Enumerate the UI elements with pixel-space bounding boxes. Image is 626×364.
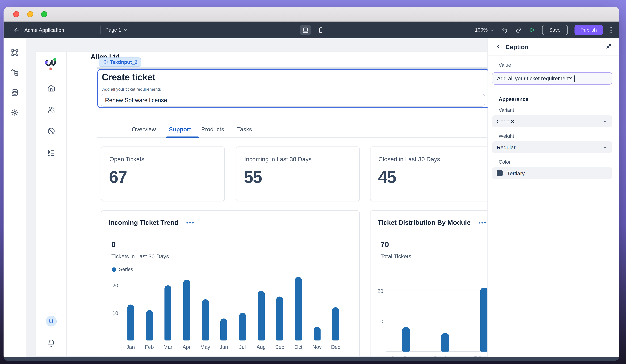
stat-value: 55 xyxy=(244,168,262,187)
bar-slot: Data Backup xyxy=(387,284,426,352)
x-category-label: Jul xyxy=(239,344,246,350)
more-options-kebab-icon[interactable] xyxy=(610,26,613,34)
x-category-label: Aug xyxy=(256,344,266,350)
bar-Nov xyxy=(314,327,320,340)
settings-gear-icon[interactable] xyxy=(11,109,19,116)
sidebar-item-tasks[interactable] xyxy=(47,148,55,158)
bar-Database xyxy=(441,333,449,352)
mobile-view-button[interactable] xyxy=(315,25,326,35)
collapse-panel-icon[interactable] xyxy=(606,43,613,51)
text-caret xyxy=(574,75,575,82)
editor-status-strip xyxy=(4,357,619,361)
zoom-level-value: 100% xyxy=(475,27,488,33)
minimize-window-button[interactable] xyxy=(27,11,33,17)
undo-button[interactable] xyxy=(501,27,508,33)
redo-button[interactable] xyxy=(515,27,522,33)
chevron-down-icon xyxy=(490,28,494,32)
bar-slot: May xyxy=(196,273,215,340)
chart-legend: Series 1 xyxy=(112,267,137,272)
x-category-label: Nov xyxy=(312,344,322,350)
app-title: Acme Application xyxy=(24,27,64,33)
widget-resize-strip[interactable] xyxy=(97,68,488,69)
zoom-window-button[interactable] xyxy=(41,11,47,17)
play-icon xyxy=(529,26,535,34)
chevron-down-icon xyxy=(123,28,128,32)
chart-menu-ellipsis-icon[interactable] xyxy=(186,220,194,225)
user-avatar[interactable]: U xyxy=(46,316,57,327)
mobile-icon xyxy=(318,27,324,33)
bar-slot: Database xyxy=(426,284,465,352)
bar-slot: Jun xyxy=(214,273,233,340)
text-input-icon xyxy=(103,60,108,65)
app-tabs: Overview Support Products Tasks xyxy=(97,125,488,138)
bar-Sep xyxy=(276,296,283,340)
variant-select[interactable]: Code 3 xyxy=(492,115,612,127)
weight-select[interactable]: Regular xyxy=(492,141,612,153)
app-window: Acme Application Page 1 100% xyxy=(4,7,619,361)
publish-button[interactable]: Publish xyxy=(575,25,603,35)
color-value: Tertiary xyxy=(507,170,525,176)
app-logo[interactable] xyxy=(44,57,58,73)
weight-value: Regular xyxy=(497,144,515,150)
database-icon[interactable] xyxy=(11,89,19,97)
incoming-ticket-trend-chart: Incoming Ticket Trend 0 Tickets in Last … xyxy=(101,210,360,357)
home-icon xyxy=(47,84,55,92)
bar-Oct xyxy=(295,277,302,340)
tab-products[interactable]: Products xyxy=(201,126,224,133)
chart-kpi-label: Total Tickets xyxy=(381,253,411,259)
chevron-down-icon xyxy=(603,119,608,124)
stat-cards-row: Open Tickets 67 Incoming in Last 30 Days… xyxy=(101,146,488,201)
bar-Dec xyxy=(332,307,339,340)
save-button[interactable]: Save xyxy=(542,25,568,35)
sidebar-item-users[interactable] xyxy=(47,105,55,115)
bar-slot: Dec xyxy=(326,273,345,340)
tab-support[interactable]: Support xyxy=(169,126,191,133)
color-picker-row[interactable]: Tertiary xyxy=(492,167,612,179)
stat-label: Closed in Last 30 Days xyxy=(379,156,440,163)
caption-value-input[interactable]: Add all your ticket requirements xyxy=(492,72,612,85)
preview-run-button[interactable] xyxy=(529,26,535,34)
bar-slot: Nov xyxy=(308,273,326,340)
page-tree-icon[interactable] xyxy=(11,69,19,77)
legend-label: Series 1 xyxy=(119,267,137,272)
tab-tasks[interactable]: Tasks xyxy=(237,126,252,133)
back-chevron-icon[interactable] xyxy=(496,44,502,51)
notifications-bell-icon[interactable] xyxy=(47,339,55,349)
color-swatch xyxy=(497,170,503,176)
back-arrow-icon[interactable] xyxy=(13,27,20,33)
x-category-label: Jun xyxy=(220,344,228,350)
bar-slot: Sep xyxy=(270,273,289,340)
tab-overview[interactable]: Overview xyxy=(132,126,156,133)
bar-Jun xyxy=(220,319,227,340)
app-canvas: U Allen Ltd TextInput_2 Cre xyxy=(36,52,488,357)
bar-slot: IT Support xyxy=(465,284,488,352)
section-divider xyxy=(488,93,619,94)
x-category-label: Apr xyxy=(183,344,191,350)
stat-card-incoming: Incoming in Last 30 Days 55 xyxy=(236,146,360,201)
stat-label: Open Tickets xyxy=(109,156,144,163)
selected-textinput-widget[interactable]: Create ticket Add all your ticket requir… xyxy=(97,69,488,108)
editor-main-area: U Allen Ltd TextInput_2 Cre xyxy=(4,38,619,357)
active-tab-underline xyxy=(166,137,199,138)
chart-title: Incoming Ticket Trend xyxy=(109,219,178,226)
caption-value-text: Add all your ticket requirements xyxy=(497,75,573,82)
close-window-button[interactable] xyxy=(13,11,19,17)
inspector-header: Caption xyxy=(488,38,619,56)
selected-widget-badge[interactable]: TextInput_2 xyxy=(99,57,142,67)
sidebar-item-blocked[interactable] xyxy=(47,127,55,137)
bar-Data Backup xyxy=(402,328,410,352)
chart-menu-ellipsis-icon[interactable] xyxy=(478,220,486,225)
x-category-label: IT Support xyxy=(472,355,488,357)
y-tick-label: 10 xyxy=(109,310,118,316)
desktop-view-button[interactable] xyxy=(300,25,311,35)
page-selector[interactable]: Page 1 xyxy=(105,27,128,33)
y-tick-label: 10 xyxy=(374,319,383,325)
stat-value: 45 xyxy=(378,168,396,187)
ticket-text-input[interactable] xyxy=(101,94,485,107)
sidebar-item-home[interactable] xyxy=(47,84,55,94)
widget-inspector-panel: Caption Value Add all your ticket requir… xyxy=(488,38,619,357)
redo-icon xyxy=(515,27,522,33)
value-field-label: Value xyxy=(499,62,511,68)
components-select-icon[interactable] xyxy=(11,49,19,57)
zoom-level-control[interactable]: 100% xyxy=(475,27,494,33)
